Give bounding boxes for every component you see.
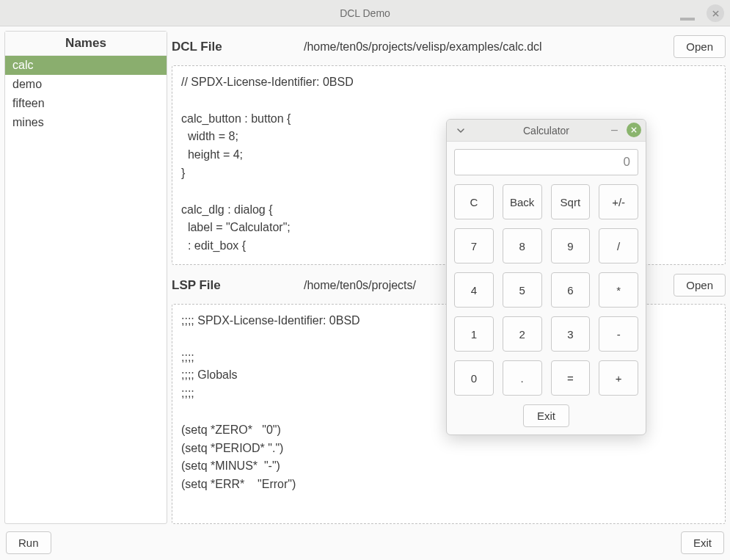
calc-key-period[interactable]: .	[503, 360, 542, 396]
calculator-window: Calculator – 0 C Back Sqrt +/- 7 8 9 / 4…	[446, 119, 646, 435]
bottom-button-row: Run Exit	[4, 528, 726, 556]
run-button[interactable]: Run	[6, 531, 51, 554]
calc-dropdown-icon[interactable]	[453, 123, 469, 139]
calc-key-0[interactable]: 0	[454, 360, 494, 396]
exit-button[interactable]: Exit	[681, 531, 724, 554]
calc-key-sign[interactable]: +/-	[599, 184, 638, 219]
names-sidebar: Names calc demo fifteen mines	[4, 31, 167, 524]
calc-key-3[interactable]: 3	[551, 316, 591, 352]
calc-key-1[interactable]: 1	[454, 316, 494, 352]
calc-key-6[interactable]: 6	[551, 272, 591, 308]
calc-key-back[interactable]: Back	[503, 184, 542, 219]
calc-key-9[interactable]: 9	[551, 228, 591, 263]
calc-titlebar: Calculator –	[447, 120, 646, 142]
calc-minimize-icon[interactable]: –	[611, 124, 618, 136]
calc-close-icon[interactable]	[627, 123, 641, 137]
calc-key-5[interactable]: 5	[503, 272, 542, 308]
window-titlebar: DCL Demo	[0, 0, 730, 26]
calc-title: Calculator	[523, 125, 569, 137]
calc-display[interactable]: 0	[454, 149, 638, 175]
svg-rect-0	[680, 18, 695, 21]
window-minimize-icon[interactable]	[679, 4, 696, 22]
calc-key-clear[interactable]: C	[454, 184, 494, 219]
calc-key-minus[interactable]: -	[599, 316, 638, 352]
calc-key-7[interactable]: 7	[454, 228, 494, 263]
sidebar-item-mines[interactable]: mines	[5, 113, 167, 132]
lsp-label: LSP File	[172, 278, 260, 293]
calc-key-multiply[interactable]: *	[599, 272, 638, 308]
calc-exit-button[interactable]: Exit	[523, 404, 569, 427]
calc-key-equals[interactable]: =	[551, 360, 591, 396]
calc-key-plus[interactable]: +	[599, 360, 638, 396]
calc-keypad: C Back Sqrt +/- 7 8 9 / 4 5 6 * 1 2 3 - …	[454, 184, 638, 396]
window-title: DCL Demo	[340, 7, 390, 19]
dcl-label: DCL File	[172, 40, 260, 54]
calc-key-8[interactable]: 8	[503, 228, 542, 263]
dcl-header-row: DCL File /home/ten0s/projects/velisp/exa…	[172, 31, 726, 65]
calc-key-4[interactable]: 4	[454, 272, 494, 308]
dcl-path: /home/ten0s/projects/velisp/examples/cal…	[304, 40, 666, 54]
sidebar-item-demo[interactable]: demo	[5, 75, 167, 94]
sidebar-item-calc[interactable]: calc	[5, 56, 167, 75]
sidebar-item-fifteen[interactable]: fifteen	[5, 94, 167, 113]
window-close-icon[interactable]	[707, 4, 724, 22]
lsp-open-button[interactable]: Open	[674, 274, 726, 297]
sidebar-header: Names	[5, 32, 167, 56]
dcl-open-button[interactable]: Open	[674, 35, 726, 58]
calc-key-divide[interactable]: /	[599, 228, 638, 263]
calc-key-sqrt[interactable]: Sqrt	[551, 184, 591, 219]
calc-key-2[interactable]: 2	[503, 316, 542, 352]
